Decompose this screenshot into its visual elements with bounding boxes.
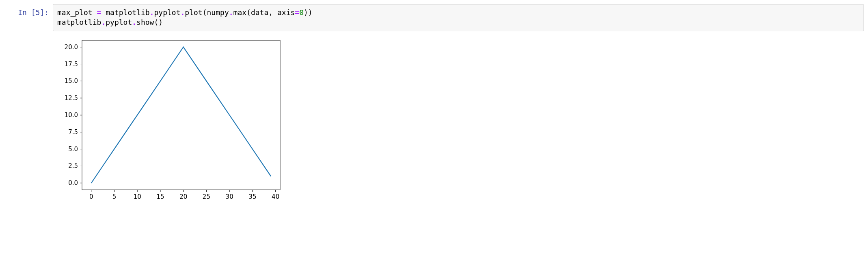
x-tick-label: 15: [156, 193, 164, 200]
code-token: .: [150, 8, 154, 17]
y-tick-label: 2.5: [68, 162, 78, 170]
x-tick-label: 35: [248, 193, 256, 200]
code-token: axis: [277, 8, 295, 17]
y-tick-label: 5.0: [68, 145, 78, 152]
y-tick-label: 12.5: [65, 94, 78, 102]
code-token: show: [136, 18, 154, 26]
svg-rect-0: [82, 40, 280, 190]
code-token: pyplot: [154, 8, 180, 17]
x-tick-label: 0: [89, 193, 93, 200]
code-token: max_plot: [57, 8, 97, 17]
code-token: 0: [299, 8, 304, 17]
code-token: ,: [268, 8, 277, 17]
code-token: numpy: [207, 8, 229, 17]
input-prompt: In [5]:: [4, 4, 53, 17]
code-cell: In [5]: max_plot = matplotlib.pyplot.plo…: [0, 0, 868, 31]
y-tick-label: 7.5: [68, 128, 78, 135]
code-input[interactable]: max_plot = matplotlib.pyplot.plot(numpy.…: [53, 4, 864, 31]
code-token: pyplot: [106, 18, 132, 26]
output-prompt: [4, 34, 53, 38]
code-token: (): [154, 18, 163, 26]
x-tick-label: 20: [179, 193, 187, 200]
y-tick-label: 17.5: [65, 60, 78, 67]
code-token: plot: [185, 8, 202, 17]
y-tick-label: 20.0: [65, 43, 78, 50]
code-token: =: [97, 8, 101, 17]
code-token: data: [251, 8, 268, 17]
y-tick-label: 15.0: [65, 77, 78, 85]
code-token: (: [203, 8, 207, 17]
x-tick-label: 30: [226, 193, 233, 200]
code-token: .: [132, 18, 136, 26]
code-token: (: [246, 8, 251, 17]
code-token: matplotlib: [57, 18, 101, 26]
output-area: 05101520253035400.02.55.07.510.012.515.0…: [0, 31, 868, 213]
code-token: max: [233, 8, 247, 17]
prompt-label: In [5]:: [18, 8, 49, 17]
code-token: .: [180, 8, 185, 17]
code-token: )): [304, 8, 313, 17]
x-tick-label: 40: [272, 193, 279, 200]
x-tick-label: 25: [203, 193, 210, 200]
plot-output: 05101520253035400.02.55.07.510.012.515.0…: [53, 34, 287, 209]
line-chart: 05101520253035400.02.55.07.510.012.515.0…: [53, 34, 287, 209]
code-token: =: [295, 8, 299, 17]
code-token: matplotlib: [101, 8, 149, 17]
x-tick-label: 10: [134, 193, 141, 200]
y-tick-label: 10.0: [65, 111, 78, 119]
code-token: .: [101, 18, 106, 26]
series-line: [91, 47, 271, 183]
y-tick-label: 0.0: [68, 179, 78, 187]
code-token: .: [229, 8, 233, 17]
x-tick-label: 5: [112, 193, 117, 200]
